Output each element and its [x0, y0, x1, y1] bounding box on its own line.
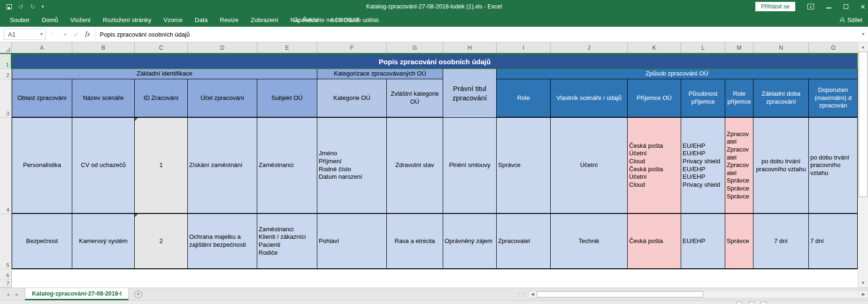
- ribbon-tab-data[interactable]: Data: [189, 13, 214, 27]
- share-button[interactable]: Sdílet: [839, 13, 862, 27]
- col-letter-J[interactable]: J: [551, 42, 628, 53]
- header-ucel-zpracovani[interactable]: Účel zpracování: [188, 79, 257, 118]
- ribbon-tab-domu[interactable]: Domů: [36, 13, 64, 27]
- row-number-6[interactable]: 6: [0, 269, 12, 280]
- cell-C5[interactable]: 2: [135, 214, 188, 269]
- vertical-scroll-thumb[interactable]: [859, 52, 868, 197]
- cell-M5[interactable]: Správce: [725, 214, 753, 269]
- section-kategorizace-ou[interactable]: Kategorizace zpracovávaných OÚ: [317, 69, 443, 79]
- cell-D4[interactable]: Získání zaměstnání: [188, 118, 257, 214]
- customize-qat-icon[interactable]: ▾: [42, 4, 44, 9]
- col-letter-G[interactable]: G: [387, 42, 443, 53]
- cell-N4[interactable]: po dobu trvání pracovního vztahu: [753, 118, 809, 214]
- cell-L5[interactable]: EU/EHP: [681, 214, 725, 269]
- cell-J4[interactable]: Účetní: [551, 118, 628, 214]
- scroll-left-icon[interactable]: ◀: [529, 291, 537, 298]
- ribbon-tab-revize[interactable]: Revize: [214, 13, 245, 27]
- section-zakladni-identifikace[interactable]: Základní identifikace: [12, 69, 317, 79]
- section-zpusob-zpracovani[interactable]: Způsob zpracování OÚ: [497, 69, 858, 79]
- horizontal-scroll-track[interactable]: [703, 291, 860, 298]
- maximize-icon[interactable]: [844, 4, 848, 9]
- col-letter-O[interactable]: O: [809, 42, 858, 53]
- cell-D5[interactable]: Ochrana majetku a zajištění bezpečnosti: [188, 214, 257, 269]
- view-page-break-icon[interactable]: [760, 302, 767, 304]
- col-letter-L[interactable]: L: [681, 42, 725, 53]
- col-letter-D[interactable]: D: [188, 42, 257, 53]
- ribbon-tab-zobrazeni[interactable]: Zobrazení: [245, 13, 284, 27]
- save-icon[interactable]: [7, 4, 12, 9]
- cell-L4[interactable]: EU/EHP EU/EHP Privacy shield EU/EHP EU/E…: [681, 118, 725, 214]
- ribbon-tab-vlozeni[interactable]: Vložení: [64, 13, 97, 27]
- col-letter-I[interactable]: I: [497, 42, 551, 53]
- sheet-tab-active[interactable]: Katalog-zpracování-27-08-2018-l: [25, 288, 129, 300]
- col-letter-F[interactable]: F: [317, 42, 387, 53]
- row-number-1[interactable]: 1: [0, 54, 12, 69]
- name-box[interactable]: A1 ▼: [4, 29, 46, 40]
- cell-C4[interactable]: 1: [135, 118, 188, 214]
- view-page-layout-icon[interactable]: [748, 302, 754, 304]
- header-role-prijemce[interactable]: Role příjemce: [725, 79, 753, 118]
- header-kategorie-ou[interactable]: Kategorie OÚ: [317, 79, 387, 118]
- header-prijemce-ou[interactable]: Příjemce OÚ: [628, 79, 681, 118]
- tell-me-search[interactable]: Řekněte mi, co chcete udělat.: [293, 13, 380, 27]
- minimize-icon[interactable]: [826, 8, 831, 8]
- prev-sheet-icon[interactable]: ◂: [7, 291, 9, 297]
- col-letter-A[interactable]: A: [12, 42, 72, 53]
- cell-B5[interactable]: Kamerový systém: [72, 214, 135, 269]
- col-letter-E[interactable]: E: [257, 42, 317, 53]
- cell-F4[interactable]: Jméno Příjmení Rodné číslo Datum narozen…: [317, 118, 387, 214]
- col-letter-H[interactable]: H: [443, 42, 497, 53]
- cell-O5[interactable]: 7 dní: [809, 214, 858, 269]
- cell-I4[interactable]: Správce: [497, 118, 551, 214]
- col-letter-N[interactable]: N: [753, 42, 809, 53]
- cell-G4[interactable]: Zdravotní stav: [387, 118, 443, 214]
- cell-J5[interactable]: Technik: [551, 214, 628, 269]
- header-doporucena-doba[interactable]: Doporučen (maximální) d zpracován: [809, 79, 858, 118]
- col-letter-C[interactable]: C: [135, 42, 188, 53]
- col-letter-B[interactable]: B: [72, 42, 135, 53]
- formula-bar-expand-icon[interactable]: ▼: [859, 27, 868, 42]
- insert-function-icon[interactable]: fx: [85, 30, 90, 38]
- vertical-scrollbar[interactable]: ▲ ▼: [858, 42, 868, 288]
- undo-icon[interactable]: ↺: [18, 3, 23, 10]
- formula-input[interactable]: Popis zpracování osobních údajů: [95, 27, 859, 42]
- cell-O4[interactable]: po dobu trvání pracovního vztahu: [809, 118, 858, 214]
- view-normal-icon[interactable]: [736, 302, 742, 304]
- sign-in-button[interactable]: Přihlásit se: [755, 2, 795, 11]
- scroll-down-icon[interactable]: ▼: [858, 278, 868, 288]
- cell-I5[interactable]: Zpracovatel: [497, 214, 551, 269]
- col-letter-K[interactable]: K: [628, 42, 681, 53]
- cell-A5[interactable]: Bezpečnost: [12, 214, 72, 269]
- header-oblast-zpracovani[interactable]: Oblast zpracování: [12, 79, 72, 118]
- header-nazev-scenare[interactable]: Název scénáře: [72, 79, 135, 118]
- row-number-5[interactable]: 5: [0, 214, 12, 269]
- cell-A4[interactable]: Personalistika: [12, 118, 72, 214]
- ribbon-tab-soubor[interactable]: Soubor: [4, 13, 36, 27]
- header-zakladni-doba[interactable]: Základní doba zpracování: [753, 79, 809, 118]
- scroll-up-icon[interactable]: ▲: [858, 42, 868, 52]
- header-vlastnik-scenare[interactable]: Vlastník scénáře / údajů: [551, 79, 628, 118]
- scroll-right-icon[interactable]: ▶: [860, 291, 868, 298]
- close-icon[interactable]: ×: [860, 3, 865, 11]
- header-zvlastni-kategorie-ou[interactable]: Zvláštní kategorie OÚ: [387, 79, 443, 118]
- header-id-zracovani[interactable]: ID Zracování: [135, 79, 188, 118]
- horizontal-scroll-thumb[interactable]: [537, 291, 703, 297]
- row-number-2[interactable]: 2: [0, 69, 12, 79]
- cell-G5[interactable]: Rasa a etnicita: [387, 214, 443, 269]
- cancel-icon[interactable]: ×: [63, 31, 67, 38]
- row-number-7[interactable]: 7: [0, 280, 12, 288]
- cell-H4[interactable]: Plnění smlouvy: [443, 118, 497, 214]
- col-letter-M[interactable]: M: [725, 42, 753, 53]
- cell-B4[interactable]: CV od uchazečů: [72, 118, 135, 214]
- vertical-scroll-track[interactable]: [858, 197, 868, 278]
- header-role[interactable]: Role: [497, 79, 551, 118]
- cell-H5[interactable]: Oprávněný zájem: [443, 214, 497, 269]
- ribbon-display-options-icon[interactable]: ▴: [807, 4, 814, 9]
- ribbon-tab-vzorce[interactable]: Vzorce: [157, 13, 188, 27]
- select-all-button[interactable]: [0, 42, 12, 53]
- cell-E5[interactable]: Zaměstnanci Klienti / zákazníci Pacienti…: [257, 214, 317, 269]
- horizontal-scrollbar[interactable]: ◀ ▶: [528, 290, 868, 298]
- cell-N5[interactable]: 7 dní: [753, 214, 809, 269]
- cell-K5[interactable]: Česká pošta: [628, 214, 681, 269]
- redo-icon[interactable]: ↻: [30, 3, 35, 10]
